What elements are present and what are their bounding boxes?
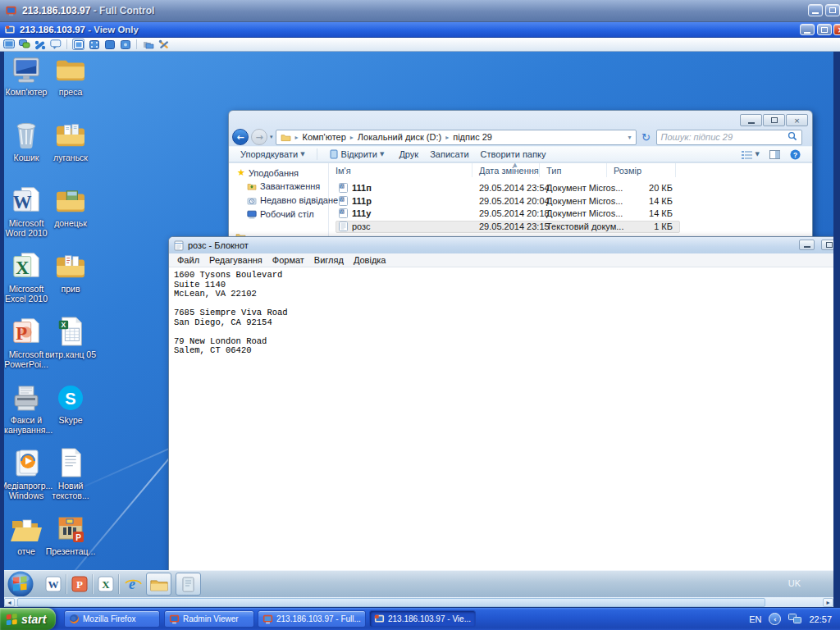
text-document-icon: [57, 447, 84, 478]
refresh-icon[interactable]: ↻: [639, 130, 654, 145]
column-header-date[interactable]: Дата змінення: [476, 163, 540, 177]
search-placeholder: Пошук: підпис 29: [661, 132, 733, 142]
address-dropdown-icon[interactable]: ▾: [628, 134, 632, 141]
text-chat-icon[interactable]: [18, 39, 30, 50]
explorer-minimize-button[interactable]: [740, 114, 762, 126]
column-header-name[interactable]: Ім'я: [332, 163, 472, 177]
file-row-111u[interactable]: W 111у 29.05.2014 20:18 Документ Micros.…: [329, 208, 812, 221]
taskbar-separator: [93, 574, 94, 594]
view-stretch-icon[interactable]: [88, 39, 100, 50]
column-header-size[interactable]: Розмір: [610, 163, 676, 177]
scroll-right-arrow[interactable]: ▸: [823, 598, 833, 607]
host-language-indicator[interactable]: EN: [749, 614, 761, 624]
notepad-titlebar[interactable]: розс - Блокнот: [169, 237, 833, 253]
radmin-inner-titlebar: 213.186.103.97 - View Only: [0, 22, 840, 38]
explorer-titlebar[interactable]: ×: [229, 111, 812, 128]
menu-edit[interactable]: Редагування: [204, 255, 267, 265]
burn-button[interactable]: Записати: [430, 149, 468, 159]
view-fullscreen-icon[interactable]: [103, 39, 116, 50]
breadcrumb-pidpys-29[interactable]: підпис 29: [453, 132, 492, 142]
desktop-icon-pryv-folder[interactable]: прив: [42, 250, 99, 294]
taskbar-internet-explorer-icon[interactable]: e: [124, 576, 142, 596]
hide-icons-chevron[interactable]: ‹: [769, 613, 781, 625]
svg-text:X: X: [102, 578, 110, 591]
desktop-icon-skype[interactable]: S Skype: [42, 381, 99, 425]
column-header-type[interactable]: Тип: [543, 163, 607, 177]
file-transfer-icon[interactable]: [142, 39, 154, 50]
inner-close-button[interactable]: ×: [833, 24, 840, 35]
inner-maximize-button[interactable]: [817, 24, 832, 35]
menu-help[interactable]: Довідка: [349, 255, 391, 265]
file-row-rozs-selected[interactable]: розс 29.05.2014 23:15 Текстовий докум...…: [329, 221, 812, 234]
network-tray-icon[interactable]: [788, 614, 801, 624]
search-icon[interactable]: [788, 131, 797, 143]
desktop-icon-luhansk-folder[interactable]: луганьск: [42, 119, 99, 162]
organize-button[interactable]: Упорядкувати▼: [240, 149, 305, 159]
svg-text:S: S: [65, 390, 75, 408]
explorer-maximize-button[interactable]: [763, 114, 785, 126]
voice-chat-icon[interactable]: [34, 39, 46, 50]
search-input[interactable]: Пошук: підпис 29: [656, 130, 802, 145]
remote-start-button[interactable]: [7, 570, 34, 596]
address-bar[interactable]: ▸ Комп'ютер ▸ Локальний диск (D:) ▸ підп…: [276, 130, 637, 145]
taskbar-button-radmin-viewer[interactable]: Radmin Viewer: [164, 610, 254, 628]
breadcrumb-local-disk-d[interactable]: Локальний диск (D:): [358, 132, 441, 142]
forward-button[interactable]: →: [251, 129, 267, 145]
taskbar-button-full-control[interactable]: 213.186.103.97 - Full...: [258, 610, 366, 628]
change-view-button[interactable]: ▼: [742, 150, 760, 159]
desktop-icon-presa-folder[interactable]: преса: [42, 53, 99, 97]
chevron-down-icon: ▼: [756, 151, 760, 158]
inner-minimize-button[interactable]: [800, 24, 815, 35]
svg-text:P: P: [76, 578, 83, 591]
open-button[interactable]: Відкрити▼: [329, 149, 385, 159]
help-button[interactable]: ?: [790, 149, 801, 160]
sidebar-item-downloads[interactable]: Завантаження: [247, 181, 320, 191]
notepad-maximize-button[interactable]: [821, 240, 833, 250]
sidebar-item-recent-places[interactable]: Недавно відвідане: [247, 195, 338, 205]
explorer-close-button[interactable]: ×: [786, 114, 808, 126]
back-button[interactable]: ←: [232, 129, 249, 145]
outer-maximize-button[interactable]: [825, 4, 840, 16]
scrollbar-thumb[interactable]: [17, 598, 765, 607]
file-row-111r[interactable]: W 111р 29.05.2014 20:04 Документ Micros.…: [329, 195, 812, 208]
sidebar-item-favorites[interactable]: ★Уподобання: [237, 167, 299, 178]
view-normal-icon[interactable]: [72, 39, 84, 50]
taskbar-explorer-button-pressed[interactable]: [146, 573, 171, 596]
desktop-icon-new-text-document[interactable]: Новий текстов...: [42, 447, 99, 500]
clock[interactable]: 22:57: [809, 614, 832, 624]
send-message-icon[interactable]: [49, 39, 62, 50]
menu-file[interactable]: Файл: [172, 255, 204, 265]
windows-flag-icon: [6, 613, 18, 625]
desktop-icon-presentation[interactable]: P Презентац...: [42, 513, 99, 556]
remote-language-indicator[interactable]: UK: [788, 578, 801, 588]
menu-view[interactable]: Вигляд: [309, 255, 349, 265]
notepad-minimize-button[interactable]: [799, 240, 815, 250]
explorer-file-list: ▲ Ім'я Дата змінення Тип Розмір W 111п 2…: [329, 163, 812, 243]
preview-pane-button[interactable]: [769, 150, 780, 159]
start-button[interactable]: start: [0, 608, 56, 630]
menu-format[interactable]: Формат: [267, 255, 309, 265]
notepad-menubar: Файл Редагування Формат Вигляд Довідка: [169, 253, 833, 267]
taskbar-excel-icon[interactable]: X: [98, 576, 114, 596]
sidebar-item-desktop[interactable]: Робочий стіл: [247, 209, 314, 219]
print-button[interactable]: Друк: [399, 149, 418, 159]
file-row-111p[interactable]: W 111п 29.05.2014 23:54 Документ Micros.…: [329, 182, 812, 195]
scroll-left-arrow[interactable]: ◂: [4, 598, 15, 607]
taskbar-button-firefox[interactable]: Mozilla Firefox: [64, 610, 160, 628]
remote-desktop[interactable]: Комп'ютер Кошик W Microsoft Word 2010 X …: [4, 52, 833, 596]
taskbar-powerpoint-icon[interactable]: P: [71, 576, 88, 596]
history-dropdown-icon[interactable]: ▾: [270, 134, 273, 140]
new-folder-button[interactable]: Створити папку: [481, 149, 546, 159]
outer-minimize-button[interactable]: [808, 4, 823, 16]
settings-icon[interactable]: [158, 39, 170, 50]
taskbar-word-icon[interactable]: W: [45, 576, 62, 596]
notepad-text-area[interactable]: 1600 Tysons Boulevard Suite 1140 McLean,…: [169, 267, 833, 356]
desktop-icon-excel-document[interactable]: X витр.канц 05: [42, 316, 99, 359]
breadcrumb-computer[interactable]: Комп'ютер: [303, 132, 346, 142]
taskbar-button-view-only[interactable]: 213.186.103.97 - Vie...: [369, 610, 476, 628]
taskbar-notepad-button-pressed[interactable]: [176, 573, 201, 596]
desktop-icon-donetsk-folder[interactable]: донецьк: [42, 185, 99, 228]
screen-view-icon[interactable]: [2, 39, 15, 50]
scrollbar-track[interactable]: ◂ ▸: [4, 596, 833, 607]
view-fullscreen-stretch-icon[interactable]: [119, 39, 131, 50]
